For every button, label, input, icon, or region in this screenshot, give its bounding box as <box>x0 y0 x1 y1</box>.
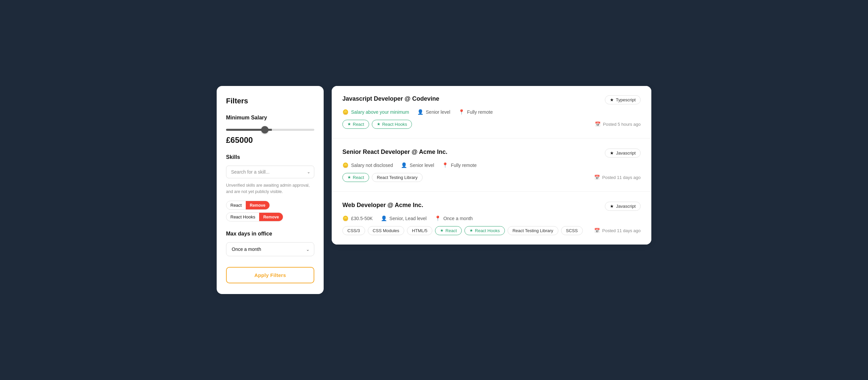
job-meta-salary-2: 🪙 Salary not disclosed <box>342 162 393 168</box>
salary-text-2: Salary not disclosed <box>351 163 393 168</box>
office-select-wrapper: Once a month Never 1 day/week 2 days/wee… <box>226 242 314 256</box>
office-label: Max days in office <box>226 231 314 237</box>
tag-html5[interactable]: HTML/5 <box>407 226 432 235</box>
page-layout: Filters Minimum Salary £65000 Skills Sea… <box>217 86 651 294</box>
star-icon: ★ <box>610 97 614 103</box>
star-icon: ★ <box>440 228 444 233</box>
featured-badge-1[interactable]: ★ Typescript <box>605 95 641 105</box>
skill-pill-react-hooks-name: React Hooks <box>226 213 259 221</box>
featured-badge-2[interactable]: ★ Javascript <box>605 148 641 157</box>
skills-search-wrapper: Search for a skill... ⌄ <box>226 166 314 178</box>
tag-label: React Testing Library <box>377 175 417 180</box>
star-icon: ★ <box>347 175 351 180</box>
calendar-icon: 📅 <box>594 228 600 233</box>
tag-label: React Testing Library <box>513 228 553 233</box>
job-footer-3: CSS/3 CSS Modules HTML/5 ★ React ★ React <box>342 226 641 235</box>
job-card-3: Web Developer @ Acme Inc. ★ Javascript 🪙… <box>332 192 651 244</box>
salary-section: Minimum Salary £65000 <box>226 115 314 145</box>
tag-scss[interactable]: SCSS <box>561 226 583 235</box>
salary-label: Minimum Salary <box>226 115 314 121</box>
posted-text-1: Posted 5 hours ago <box>603 122 641 127</box>
job-title-2[interactable]: Senior React Developer @ Acme Inc. <box>342 148 447 155</box>
office-select[interactable]: Once a month Never 1 day/week 2 days/wee… <box>226 242 314 256</box>
tag-react-hooks-3[interactable]: ★ React Hooks <box>464 226 504 235</box>
job-footer-1: ★ React ★ React Hooks 📅 Posted 5 hours a… <box>342 120 641 129</box>
location-icon: 📍 <box>458 109 465 115</box>
posted-time-2: 📅 Posted 11 days ago <box>594 175 641 180</box>
location-icon: 📍 <box>442 162 448 168</box>
job-card-2: Senior React Developer @ Acme Inc. ★ Jav… <box>332 139 651 192</box>
tag-label: React Hooks <box>475 228 499 233</box>
featured-skill-3: Javascript <box>616 204 636 209</box>
tag-label: SCSS <box>566 228 578 233</box>
tag-react-1[interactable]: ★ React <box>342 120 369 129</box>
tag-react-3[interactable]: ★ React <box>435 226 462 235</box>
job-card-header-2: Senior React Developer @ Acme Inc. ★ Jav… <box>342 148 641 157</box>
job-meta-salary-1: 🪙 Salary above your minimum <box>342 109 409 115</box>
location-text-2: Fully remote <box>451 163 476 168</box>
posted-text-2: Posted 11 days ago <box>602 175 641 180</box>
level-text-3: Senior, Lead level <box>390 216 427 221</box>
job-meta-level-1: 👤 Senior level <box>417 109 451 115</box>
tag-css3[interactable]: CSS/3 <box>342 226 365 235</box>
level-text-2: Senior level <box>410 163 434 168</box>
job-card-header-1: Javascript Developer @ Codevine ★ Typesc… <box>342 95 641 105</box>
posted-time-1: 📅 Posted 5 hours ago <box>595 121 641 127</box>
posted-text-3: Posted 11 days ago <box>602 228 641 233</box>
tag-label: CSS Modules <box>373 228 399 233</box>
job-card-1: Javascript Developer @ Codevine ★ Typesc… <box>332 86 651 139</box>
job-meta-2: 🪙 Salary not disclosed 👤 Senior level 📍 … <box>342 162 641 168</box>
job-meta-1: 🪙 Salary above your minimum 👤 Senior lev… <box>342 109 641 115</box>
calendar-icon: 📅 <box>594 175 600 180</box>
salary-slider-container <box>226 126 314 132</box>
salary-slider[interactable] <box>226 129 314 131</box>
calendar-icon: 📅 <box>595 121 600 127</box>
job-meta-location-2: 📍 Fully remote <box>442 162 476 168</box>
tag-label: CSS/3 <box>347 228 360 233</box>
job-meta-location-1: 📍 Fully remote <box>458 109 493 115</box>
job-meta-location-3: 📍 Once a month <box>435 215 473 222</box>
jobs-panel: Javascript Developer @ Codevine ★ Typesc… <box>332 86 651 244</box>
location-icon: 📍 <box>435 215 441 222</box>
featured-skill-2: Javascript <box>616 150 636 155</box>
job-tags-2: ★ React React Testing Library <box>342 173 423 182</box>
job-tags-3: CSS/3 CSS Modules HTML/5 ★ React ★ React <box>342 226 583 235</box>
job-tags-1: ★ React ★ React Hooks <box>342 120 412 129</box>
salary-value: £65000 <box>226 136 314 145</box>
job-meta-3: 🪙 £30.5-50K 👤 Senior, Lead level 📍 Once … <box>342 215 641 222</box>
tag-label: HTML/5 <box>412 228 427 233</box>
job-title-3[interactable]: Web Developer @ Acme Inc. <box>342 202 423 209</box>
tag-label: React <box>353 175 364 180</box>
tag-react-2[interactable]: ★ React <box>342 173 369 182</box>
apply-filters-button[interactable]: Apply Filters <box>226 267 314 283</box>
person-icon: 👤 <box>401 162 407 168</box>
job-title-1[interactable]: Javascript Developer @ Codevine <box>342 95 439 103</box>
location-text-3: Once a month <box>443 216 473 221</box>
salary-icon: 🪙 <box>342 109 349 115</box>
location-text-1: Fully remote <box>467 109 493 115</box>
salary-icon: 🪙 <box>342 215 349 222</box>
skills-search-select[interactable]: Search for a skill... <box>226 166 314 178</box>
tag-label: React Hooks <box>382 122 407 127</box>
skill-pill-react-remove[interactable]: Remove <box>246 201 270 209</box>
skill-pill-react-name: React <box>226 201 246 209</box>
tag-css-modules[interactable]: CSS Modules <box>368 226 404 235</box>
featured-badge-3[interactable]: ★ Javascript <box>605 202 641 211</box>
salary-text-3: £30.5-50K <box>351 216 373 221</box>
job-card-header-3: Web Developer @ Acme Inc. ★ Javascript <box>342 202 641 211</box>
star-icon: ★ <box>377 122 380 126</box>
featured-skill-1: Typescript <box>616 97 636 103</box>
skills-label: Skills <box>226 154 314 160</box>
tag-label: React <box>445 228 457 233</box>
skills-note: Unverified skills are awaiting admin app… <box>226 182 314 195</box>
level-text-1: Senior level <box>426 109 451 115</box>
skill-pill-react: React Remove <box>226 201 270 210</box>
star-icon: ★ <box>610 150 614 155</box>
posted-time-3: 📅 Posted 11 days ago <box>594 228 641 233</box>
job-meta-level-2: 👤 Senior level <box>401 162 434 168</box>
tag-react-hooks-1[interactable]: ★ React Hooks <box>372 120 412 129</box>
filter-panel: Filters Minimum Salary £65000 Skills Sea… <box>217 86 324 294</box>
tag-testing-library-2[interactable]: React Testing Library <box>372 173 423 182</box>
tag-testing-library-3[interactable]: React Testing Library <box>507 226 558 235</box>
skill-pill-react-hooks-remove[interactable]: Remove <box>259 213 283 221</box>
